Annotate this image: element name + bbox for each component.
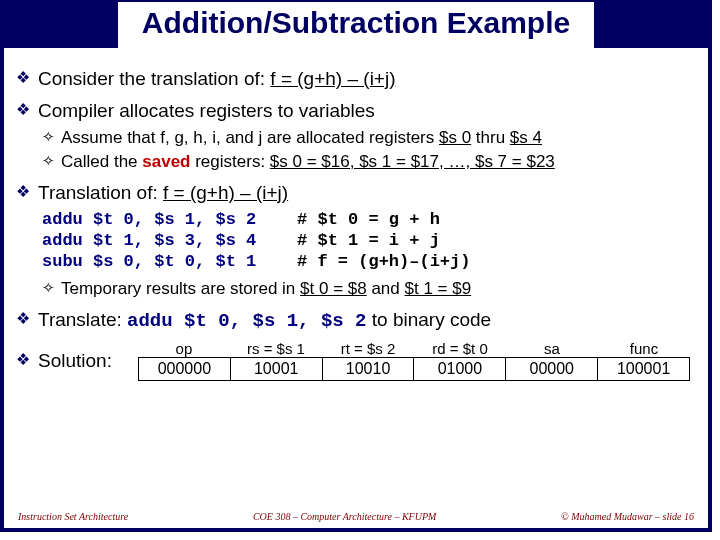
code-line-1: addu $t 0, $s 1, $s 2 # $t 0 = g + h	[42, 210, 690, 229]
bullet-consider: ❖ Consider the translation of: f = (g+h)…	[16, 68, 690, 90]
subbullet-text: Called the saved registers: $s 0 = $16, …	[61, 152, 555, 172]
footer-center: COE 308 – Computer Architecture – KFUPM	[253, 511, 437, 522]
subbullet-text: Assume that f, g, h, i, and j are alloca…	[61, 128, 542, 148]
subbullet-icon: ✧	[42, 279, 55, 297]
footer: Instruction Set Architecture COE 308 – C…	[18, 511, 694, 522]
hdr-rs: rs = $s 1	[230, 340, 322, 357]
code-line-2: addu $t 1, $s 3, $s 4 # $t 1 = i + j	[42, 231, 690, 250]
code-line-3: subu $s 0, $t 0, $t 1 # f = (g+h)–(i+j)	[42, 252, 690, 271]
footer-left: Instruction Set Architecture	[18, 511, 128, 522]
bullet-text: Compiler allocates registers to variable…	[38, 100, 375, 122]
bullet-text: Consider the translation of: f = (g+h) –…	[38, 68, 396, 90]
title-band: Addition/Subtraction Example	[4, 4, 708, 48]
table-header: op rs = $s 1 rt = $s 2 rd = $t 0 sa func	[138, 340, 690, 357]
subbullet-icon: ✧	[42, 152, 55, 170]
subbullet-saved: ✧ Called the saved registers: $s 0 = $16…	[42, 152, 690, 172]
hdr-rd: rd = $t 0	[414, 340, 506, 357]
bullet-icon: ❖	[16, 100, 30, 119]
bullet-text: Translate: addu $t 0, $s 1, $s 2 to bina…	[38, 309, 491, 332]
hdr-op: op	[138, 340, 230, 357]
subbullet-temp: ✧ Temporary results are stored in $t 0 =…	[42, 279, 690, 299]
subbullet-text: Temporary results are stored in $t 0 = $…	[61, 279, 471, 299]
bullet-icon: ❖	[16, 182, 30, 201]
bullet-translate: ❖ Translate: addu $t 0, $s 1, $s 2 to bi…	[16, 309, 690, 332]
bullet-icon: ❖	[16, 309, 30, 328]
hdr-func: func	[598, 340, 690, 357]
bullet-text: Translation of: f = (g+h) – (i+j)	[38, 182, 288, 204]
cell-rs: 10001	[231, 358, 323, 380]
solution-row: ❖ Solution: op rs = $s 1 rt = $s 2 rd = …	[16, 340, 690, 381]
bullet-translation: ❖ Translation of: f = (g+h) – (i+j)	[16, 182, 690, 204]
cell-func: 100001	[598, 358, 689, 380]
bullet-text: Solution:	[38, 350, 112, 372]
hdr-sa: sa	[506, 340, 598, 357]
slide-title: Addition/Subtraction Example	[118, 2, 594, 48]
table-row: 000000 10001 10010 01000 00000 100001	[138, 357, 690, 381]
encoding-table: op rs = $s 1 rt = $s 2 rd = $t 0 sa func…	[138, 340, 690, 381]
cell-op: 000000	[139, 358, 231, 380]
bullet-compiler: ❖ Compiler allocates registers to variab…	[16, 100, 690, 122]
cell-rt: 10010	[323, 358, 415, 380]
cell-sa: 00000	[506, 358, 598, 380]
bullet-icon: ❖	[16, 68, 30, 87]
subbullet-assume: ✧ Assume that f, g, h, i, and j are allo…	[42, 128, 690, 148]
slide-content: ❖ Consider the translation of: f = (g+h)…	[4, 48, 708, 381]
subbullet-icon: ✧	[42, 128, 55, 146]
slide-frame: Addition/Subtraction Example ❖ Consider …	[0, 0, 712, 532]
footer-right: © Muhamed Mudawar – slide 16	[561, 511, 694, 522]
bullet-icon: ❖	[16, 350, 30, 369]
cell-rd: 01000	[414, 358, 506, 380]
hdr-rt: rt = $s 2	[322, 340, 414, 357]
bullet-solution: ❖ Solution:	[16, 350, 112, 372]
